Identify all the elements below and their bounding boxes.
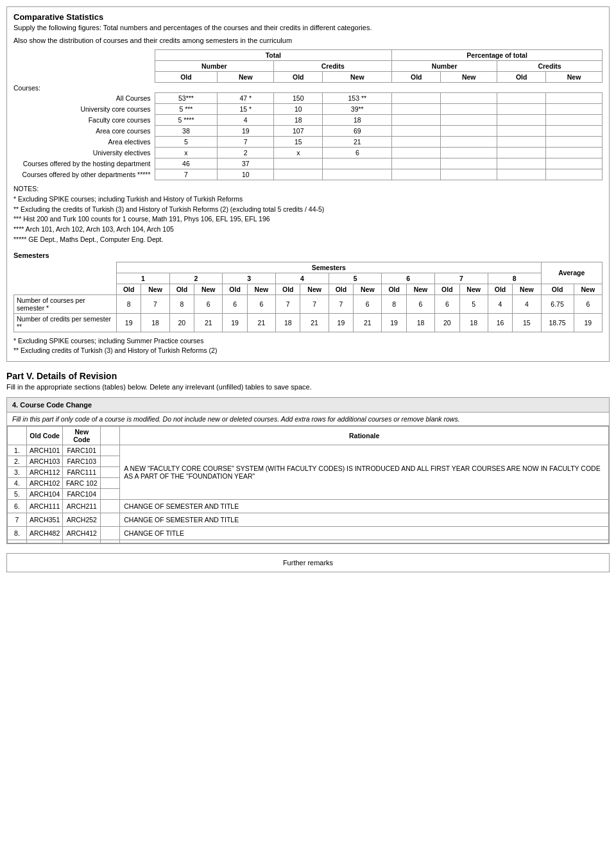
semesters-label: Semesters <box>13 252 603 259</box>
all-courses-num-old: 53*** <box>155 93 218 104</box>
uni-core-label: University core courses <box>13 104 155 115</box>
note-1: * Excluding SPIKE courses; including Tur… <box>13 194 603 205</box>
rationale-header: Rationale <box>120 427 609 445</box>
further-remarks-label: Further remarks <box>283 559 333 567</box>
rationale-7: CHANGE OF SEMESTER AND TITLE <box>120 513 609 527</box>
area-core-label: Area core courses <box>13 126 155 137</box>
credits-subheader-pct: Credits <box>497 61 603 72</box>
sem-note-2: ** Excluding credits of Turkish (3) and … <box>13 346 603 356</box>
new-col-3: New <box>441 72 497 83</box>
course-code-table-wrap: Old Code New Code Rationale 1. ARCH101 F… <box>7 426 609 543</box>
note-5: ***** GE Dept., Maths Dept., Computer En… <box>13 235 603 245</box>
notes-section: NOTES: * Excluding SPIKE courses; includ… <box>13 184 603 245</box>
percentage-group-header: Percentage of total <box>392 50 603 61</box>
all-courses-cred-new: 153 ** <box>323 93 392 104</box>
section-subtitle1: Supply the following figures: Total numb… <box>13 24 603 31</box>
courses-table: Total Percentage of total Number Credits… <box>13 49 603 180</box>
section-title: Comparative Statistics <box>13 12 603 22</box>
credits-per-sem-label: Number of credits per semester ** <box>14 313 117 332</box>
old-code-header: Old Code <box>27 427 63 445</box>
new-code-header: New Code <box>63 427 101 445</box>
total-group-header: Total <box>155 50 392 61</box>
code-row-empty <box>8 540 609 543</box>
uni-core-row: University core courses 5 *** 15 * 10 39… <box>13 104 603 115</box>
notes-title: NOTES: <box>13 184 603 194</box>
courses-per-semester-row: Number of courses per semester * 87 86 6… <box>14 294 603 313</box>
semesters-group-header: Semesters <box>117 262 542 273</box>
semesters-notes: * Excluding SPIKE courses; including Sum… <box>13 336 603 357</box>
area-electives-row: Area electives 5 7 15 21 <box>13 137 603 148</box>
courses-label: Courses: <box>13 83 155 93</box>
other-dept-row: Courses offered by other departments ***… <box>13 169 603 180</box>
note-4: **** Arch 101, Arch 102, Arch 103, Arch … <box>13 225 603 235</box>
all-courses-row: All Courses 53*** 47 * 150 153 ** <box>13 93 603 104</box>
course-code-table: Old Code New Code Rationale 1. ARCH101 F… <box>7 426 609 543</box>
uni-electives-row: University electives x 2 x 6 <box>13 148 603 158</box>
courses-row-label: Courses: <box>13 83 603 93</box>
all-courses-pct-num-old <box>392 93 441 104</box>
note-3: *** Hist 200 and Turk 100 counts for 1 c… <box>13 214 603 225</box>
number-subheader-total: Number <box>155 61 274 72</box>
courses-per-sem-label: Number of courses per semester * <box>14 294 117 313</box>
rationale-6: CHANGE OF SEMESTER AND TITLE <box>120 500 609 513</box>
faculty-core-label: Faculty core courses <box>13 115 155 126</box>
old-col-3: Old <box>392 72 441 83</box>
part-v-title: Part V. Details of Revision <box>6 371 610 381</box>
uni-electives-label: University electives <box>13 148 155 158</box>
faculty-core-row: Faculty core courses 5 **** 4 18 18 <box>13 115 603 126</box>
note-2: ** Excluding the credits of Turkish (3) … <box>13 205 603 215</box>
all-courses-pct-num-new <box>441 93 497 104</box>
part-v-subtitle: Fill in the appropriate sections (tables… <box>6 383 610 391</box>
all-courses-num-new: 47 * <box>218 93 274 104</box>
semesters-table: Semesters Average 1 2 3 4 5 6 7 8 OldNew… <box>13 262 603 332</box>
area-electives-label: Area electives <box>13 137 155 148</box>
rationale-1: A NEW "FACULTY CORE COURSE" SYSTEM (WITH… <box>120 445 609 500</box>
new-col-2: New <box>323 72 392 83</box>
course-code-subheader: Fill in this part if only code of a cour… <box>7 413 609 426</box>
old-col-4: Old <box>497 72 546 83</box>
old-col-2: Old <box>274 72 323 83</box>
code-row-8: 8. ARCH482 ARCH412 CHANGE OF TITLE <box>8 527 609 540</box>
code-row-7: 7 ARCH351 ARCH252 CHANGE OF SEMESTER AND… <box>8 513 609 527</box>
average-header: Average <box>541 262 603 284</box>
section-subtitle2: Also show the distribution of courses an… <box>13 37 603 44</box>
new-col-4: New <box>546 72 603 83</box>
number-subheader-pct: Number <box>392 61 497 72</box>
course-code-header: 4. Course Code Change <box>7 398 609 413</box>
all-courses-label: All Courses <box>13 93 155 104</box>
credits-per-semester-row: Number of credits per semester ** 1918 2… <box>14 313 603 332</box>
code-row-6: 6. ARCH111 ARCH211 CHANGE OF SEMESTER AN… <box>8 500 609 513</box>
part-v-section: Part V. Details of Revision Fill in the … <box>6 371 610 391</box>
rationale-8: CHANGE OF TITLE <box>120 527 609 540</box>
hosting-dept-row: Courses offered by the hosting departmen… <box>13 158 603 169</box>
area-core-row: Area core courses 38 19 107 69 <box>13 126 603 137</box>
all-courses-pct-cred-new <box>546 93 603 104</box>
new-col-1: New <box>218 72 274 83</box>
sem-note-1: * Excluding SPIKE courses; including Sum… <box>13 336 603 346</box>
credits-subheader-total: Credits <box>274 61 392 72</box>
further-remarks: Further remarks <box>6 553 610 572</box>
other-dept-label: Courses offered by other departments ***… <box>13 169 155 180</box>
hosting-dept-label: Courses offered by the hosting departmen… <box>13 158 155 169</box>
course-code-section: 4. Course Code Change Fill in this part … <box>6 397 610 544</box>
code-row-1: 1. ARCH101 FARC101 A NEW "FACULTY CORE C… <box>8 445 609 456</box>
comparative-statistics-section: Comparative Statistics Supply the follow… <box>6 6 610 362</box>
all-courses-cred-old: 150 <box>274 93 323 104</box>
all-courses-pct-cred-old <box>497 93 546 104</box>
old-col-1: Old <box>155 72 218 83</box>
